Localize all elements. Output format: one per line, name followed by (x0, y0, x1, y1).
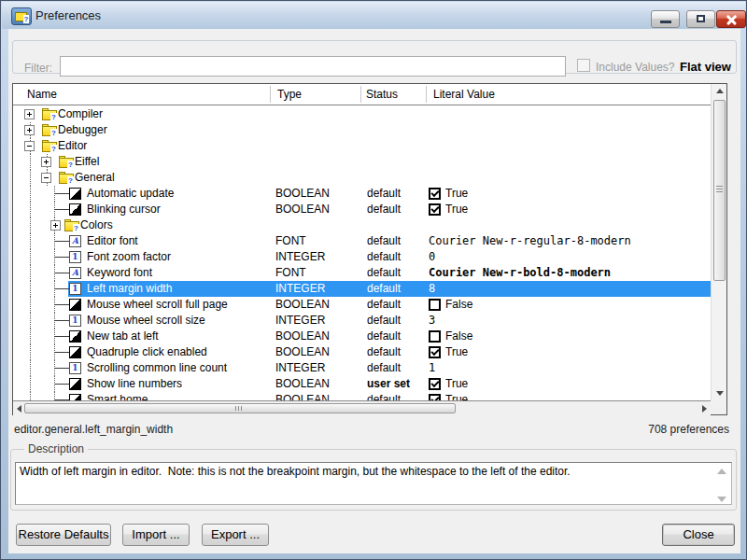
type-cell: BOOLEAN (275, 202, 330, 217)
tree-row[interactable]: Mouse wheel scroll full pageBOOLEANdefau… (13, 297, 711, 313)
expand-icon[interactable] (24, 125, 35, 135)
scroll-down-icon[interactable] (717, 497, 726, 502)
tree-row[interactable]: Blinking cursorBOOLEANdefaultTrue (13, 202, 711, 217)
tree-guide-line (30, 202, 31, 217)
tree-row[interactable]: ?Compiler (13, 106, 711, 122)
boolean-icon (69, 299, 81, 311)
tree-row[interactable]: Show line numbersBOOLEANuser setTrue (13, 376, 711, 392)
grid-header: Name Type Status Literal Value (13, 84, 711, 105)
column-divider[interactable] (360, 86, 361, 103)
tree-row[interactable]: 1Mouse wheel scroll sizeINTEGERdefault3 (13, 313, 711, 329)
flat-view-toggle[interactable]: Flat view (680, 60, 731, 74)
value-checkbox[interactable] (429, 378, 441, 390)
restore-defaults-button[interactable]: Restore Defaults (16, 524, 111, 546)
boolean-icon (69, 330, 81, 343)
scroll-up-icon[interactable] (716, 89, 724, 93)
scroll-down-icon[interactable] (716, 391, 724, 396)
column-divider[interactable] (270, 86, 271, 103)
scrollbar-corner (711, 400, 726, 414)
tree-item-label: Editor font (87, 233, 138, 249)
tree-row[interactable]: AEditor fontFONTdefaultCourier New-r-reg… (13, 233, 711, 249)
tree-row[interactable]: Quadruple click enabledBOOLEANdefaultTru… (13, 344, 711, 360)
scroll-right-icon[interactable] (702, 405, 707, 413)
tree-row[interactable]: ?Eiffel (13, 154, 711, 170)
tree-row[interactable]: AKeyword fontFONTdefaultCourier New-r-bo… (13, 265, 711, 281)
column-header-type[interactable]: Type (277, 88, 302, 101)
tree-row[interactable]: ?Colors (13, 217, 711, 233)
type-cell: INTEGER (275, 249, 325, 265)
folder-icon: ? (42, 108, 57, 120)
column-header-name[interactable]: Name (27, 88, 57, 101)
column-header-status[interactable]: Status (366, 88, 398, 101)
tree-item-label: Keyword font (87, 265, 152, 281)
tree-connector-line (54, 288, 69, 289)
import-button[interactable]: Import ... (122, 524, 190, 546)
value-checkbox[interactable] (429, 346, 441, 358)
tree-guide-line (30, 154, 31, 170)
close-button[interactable]: Close (662, 524, 735, 546)
value-checkbox[interactable] (429, 188, 441, 200)
tree-guide-line (30, 265, 31, 281)
value-checkbox[interactable] (429, 330, 441, 343)
status-cell: default (367, 297, 401, 313)
titlebar[interactable]: ? Preferences (2, 2, 745, 29)
include-values-checkbox[interactable] (577, 59, 590, 72)
folder-icon: ? (59, 156, 74, 168)
minimize-button[interactable] (651, 10, 680, 28)
tree-rows: ?Compiler?Debugger?Editor?Eiffel?General… (13, 105, 711, 401)
folder-icon: ? (59, 172, 74, 184)
tree-row[interactable]: 1Font zoom factorINTEGERdefault0 (13, 249, 711, 265)
type-cell: BOOLEAN (275, 297, 330, 313)
status-cell: default (367, 313, 401, 329)
column-header-literal-value[interactable]: Literal Value (433, 88, 495, 101)
tree-row[interactable]: 1Scrolling common line countINTEGERdefau… (13, 360, 711, 376)
filter-input[interactable] (60, 56, 566, 77)
expand-icon[interactable] (24, 109, 35, 119)
tree-guide-line (30, 186, 31, 202)
expand-icon[interactable] (50, 220, 61, 231)
collapse-icon[interactable] (24, 141, 35, 151)
tree-row[interactable]: New tab at leftBOOLEANdefaultFalse (13, 329, 711, 344)
tree-row[interactable]: ?Editor (13, 138, 711, 154)
value-cell: Courier New-r-bold-8-modern (429, 265, 611, 281)
close-window-button[interactable] (716, 10, 746, 28)
horizontal-scrollbar-thumb[interactable] (24, 403, 456, 413)
vertical-scrollbar[interactable] (711, 84, 726, 400)
scroll-up-icon[interactable] (717, 469, 726, 474)
value-cell: 1 (429, 360, 435, 376)
tree-guide-line (30, 376, 31, 392)
tree-row[interactable]: ?General (13, 170, 711, 186)
tree-row[interactable]: Automatic updateBOOLEANdefaultTrue (13, 186, 711, 202)
column-divider[interactable] (426, 86, 427, 103)
vertical-scrollbar-thumb[interactable] (713, 100, 726, 281)
tree-row[interactable]: ?Debugger (13, 122, 711, 138)
value-label: False (445, 298, 472, 311)
tree-row[interactable]: 1Left margin widthINTEGERdefault8 (13, 281, 711, 297)
value-cell: True (429, 202, 468, 217)
export-button[interactable]: Export ... (202, 524, 269, 546)
status-cell: default (367, 265, 401, 281)
type-cell: BOOLEAN (275, 376, 330, 392)
horizontal-scrollbar[interactable] (13, 400, 711, 415)
scroll-left-icon[interactable] (17, 405, 21, 413)
tree-guide-line (30, 249, 31, 265)
value-checkbox[interactable] (429, 299, 441, 311)
tree-item-label: Compiler (58, 106, 103, 122)
value-label: False (445, 329, 472, 343)
status-cell: default (367, 344, 401, 360)
value-cell: Courier New-r-regular-8-modern (429, 233, 631, 249)
collapse-icon[interactable] (41, 173, 51, 183)
font-icon: A (69, 235, 81, 247)
description-scroll-arrows (717, 465, 728, 502)
expand-icon[interactable] (41, 157, 51, 167)
status-cell: default (367, 249, 401, 265)
type-cell: BOOLEAN (275, 344, 330, 360)
value-cell: True (429, 376, 468, 392)
value-checkbox[interactable] (429, 203, 441, 216)
maximize-button[interactable] (686, 10, 715, 28)
integer-icon: 1 (69, 315, 81, 327)
status-cell: default (367, 233, 401, 249)
status-cell: user set (367, 376, 410, 392)
description-text: Width of left margin in editor. Note: th… (15, 462, 732, 505)
preferences-window: ? Preferences Filter: Include Values? Fl… (0, 0, 747, 560)
